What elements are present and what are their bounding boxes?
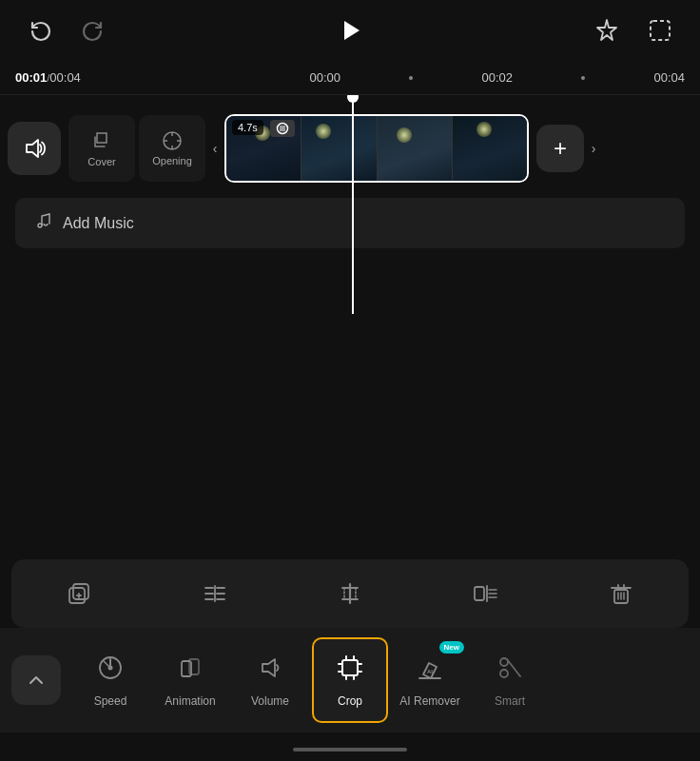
timeline-ruler: 00:01 / 00:04 00:00 00:02 00:04: [0, 61, 700, 95]
add-music-bar[interactable]: Add Music: [15, 198, 685, 248]
split-end-tool[interactable]: [464, 573, 506, 615]
nav-arrow-left[interactable]: ‹: [205, 115, 224, 182]
animation-label: Animation: [165, 694, 215, 708]
cover-block[interactable]: Cover: [68, 115, 135, 182]
svg-text:AI: AI: [427, 669, 433, 674]
svg-marker-1: [597, 20, 616, 40]
video-clip-strip[interactable]: 4.7s: [224, 114, 529, 183]
volume-block[interactable]: [8, 122, 61, 175]
cover-label: Cover: [88, 156, 115, 167]
clip-frame-3: [378, 116, 453, 181]
smart-cut-icon: [496, 654, 524, 689]
volume-label: Volume: [251, 694, 289, 708]
total-time: 00:04: [49, 70, 81, 85]
top-bar-right: [590, 13, 677, 48]
music-icon: [34, 211, 53, 235]
collapse-button[interactable]: [11, 655, 61, 705]
play-button[interactable]: [329, 10, 371, 51]
svg-rect-15: [73, 584, 88, 599]
duplicate-tool[interactable]: [58, 573, 100, 615]
volume-tool[interactable]: Volume: [232, 637, 308, 723]
smart-cut-tool[interactable]: Smart: [472, 637, 548, 723]
ai-remover-icon: AI: [416, 654, 444, 689]
playhead: [352, 95, 354, 314]
split-center-tool[interactable]: [329, 573, 371, 615]
timeline-area: Cover Opening ‹ 4.7s: [0, 95, 700, 314]
bottom-scrollbar: [293, 748, 407, 751]
volume-tool-icon: [256, 654, 284, 689]
ruler-dot-2: [581, 76, 585, 80]
undo-button[interactable]: [23, 13, 57, 48]
track-row: Cover Opening ‹ 4.7s: [0, 95, 700, 190]
ruler-labels: 00:01 / 00:04 00:00 00:02 00:04: [0, 70, 700, 85]
animation-tool[interactable]: Animation: [152, 637, 228, 723]
opening-label: Opening: [152, 155, 192, 166]
current-time: 00:01: [15, 70, 47, 85]
add-clip-button[interactable]: +: [536, 125, 584, 172]
bottom-tools-list: Speed Animation Volume: [72, 637, 700, 723]
delete-tool[interactable]: [600, 573, 642, 615]
add-music-label: Add Music: [63, 215, 134, 232]
crop-label: Crop: [338, 694, 362, 708]
speed-label: Speed: [94, 694, 127, 708]
animation-icon: [176, 654, 204, 689]
speed-tool[interactable]: Speed: [72, 637, 148, 723]
clip-frame-4: [453, 116, 527, 181]
edit-tools-bar: [11, 559, 689, 628]
nav-arrow-right[interactable]: ›: [584, 115, 603, 182]
bottom-toolbar: Speed Animation Volume: [0, 628, 700, 732]
ruler-dot-1: [409, 76, 413, 80]
svg-marker-44: [262, 659, 275, 676]
clip-frame-2: [301, 116, 377, 181]
opening-block[interactable]: Opening: [139, 115, 205, 182]
svg-marker-0: [344, 21, 360, 40]
clip-settings-badge[interactable]: [270, 120, 295, 137]
svg-rect-45: [342, 660, 358, 675]
svg-point-57: [500, 670, 508, 677]
ruler-mark-2: 00:04: [653, 70, 685, 85]
svg-rect-3: [651, 21, 670, 40]
new-badge: New: [439, 641, 464, 654]
top-bar-left: [23, 13, 110, 48]
ruler-mark-0: 00:00: [310, 70, 341, 85]
smart-cut-label: Smart: [495, 694, 525, 708]
speed-icon: [96, 654, 125, 689]
split-start-tool[interactable]: [194, 573, 236, 615]
crop-tool[interactable]: Crop: [312, 637, 388, 723]
svg-line-58: [507, 659, 520, 676]
redo-button[interactable]: [76, 13, 110, 48]
ruler-mark-1: 00:02: [482, 70, 514, 85]
top-bar: [0, 0, 700, 61]
ai-remover-tool[interactable]: New AI AI Remover: [392, 637, 468, 723]
frame-button[interactable]: [643, 13, 677, 48]
ai-magic-button[interactable]: [590, 13, 624, 48]
ai-remover-label: AI Remover: [399, 694, 459, 708]
svg-marker-4: [27, 140, 38, 157]
svg-rect-28: [475, 587, 484, 600]
crop-icon: [336, 654, 364, 689]
clip-duration-badge: 4.7s: [232, 120, 263, 135]
